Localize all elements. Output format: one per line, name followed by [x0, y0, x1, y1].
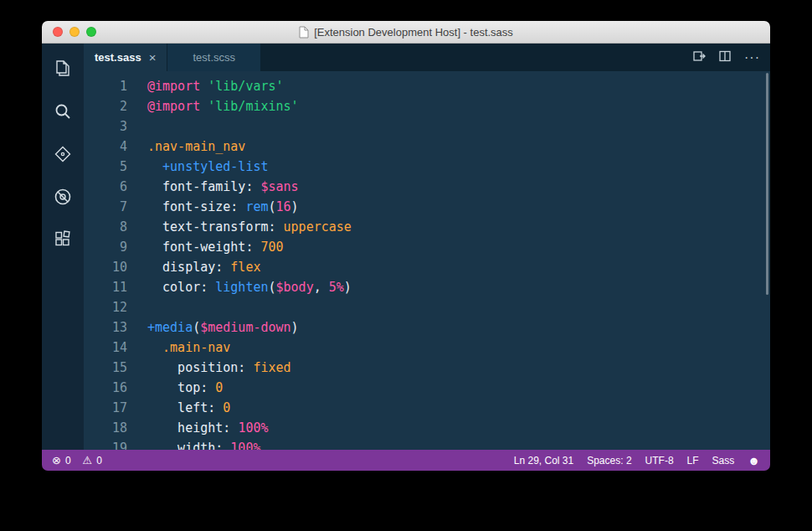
code-line[interactable]: 1@import 'lib/vars': [84, 76, 770, 96]
encoding[interactable]: UTF-8: [645, 455, 674, 467]
warning-icon: ⚠: [83, 455, 93, 466]
code-text: +media($medium-down): [127, 317, 299, 338]
code-line[interactable]: 8 text-transform: uppercase: [84, 217, 770, 237]
code-line[interactable]: 3: [84, 116, 770, 137]
line-number[interactable]: 3: [84, 116, 127, 137]
line-number[interactable]: 4: [84, 137, 127, 157]
code-line[interactable]: 16 top: 0: [84, 378, 770, 398]
code-text: font-weight: 700: [127, 237, 284, 257]
code-text: [127, 116, 147, 137]
code-line[interactable]: 14 .main-nav: [84, 338, 770, 358]
tab-label: test.sass: [95, 51, 141, 64]
cursor-position[interactable]: Ln 29, Col 31: [514, 455, 573, 467]
code-text: width: 100%: [127, 438, 260, 450]
sidebar-item-search[interactable]: [42, 90, 84, 132]
traffic-lights: [53, 21, 96, 43]
files-icon: [53, 59, 73, 79]
code-text: font-size: rem(16): [127, 197, 299, 217]
code-line[interactable]: 11 color: lighten($body, 5%): [84, 277, 770, 297]
error-count: 0: [65, 455, 71, 467]
code-line[interactable]: 17 left: 0: [84, 398, 770, 418]
status-bar: ⊗ 0 ⚠ 0 Ln 29, Col 31 Spaces: 2 UTF-8 LF…: [42, 450, 770, 471]
eol-sequence[interactable]: LF: [687, 455, 699, 467]
code-line[interactable]: 2@import 'lib/mixins': [84, 96, 770, 116]
sidebar-item-source-control[interactable]: [42, 132, 84, 175]
status-right: Ln 29, Col 31 Spaces: 2 UTF-8 LF Sass ☻: [514, 455, 760, 467]
line-number[interactable]: 9: [84, 237, 127, 257]
sidebar-item-debug[interactable]: [42, 175, 84, 218]
line-number[interactable]: 18: [84, 418, 127, 438]
problems-errors[interactable]: ⊗ 0: [52, 455, 71, 467]
line-number[interactable]: 7: [84, 197, 127, 217]
code-text: top: 0: [127, 378, 223, 398]
line-number[interactable]: 8: [84, 217, 127, 237]
search-icon: [53, 101, 73, 121]
minimize-window-button[interactable]: [69, 27, 80, 37]
line-number[interactable]: 19: [84, 438, 127, 450]
code-lines: 1@import 'lib/vars'2@import 'lib/mixins'…: [84, 76, 770, 450]
line-number[interactable]: 12: [84, 297, 127, 317]
line-number[interactable]: 2: [84, 96, 127, 116]
code-text: .nav-main_nav: [127, 137, 245, 157]
code-line[interactable]: 4.nav-main_nav: [84, 137, 770, 157]
line-number[interactable]: 15: [84, 358, 127, 378]
debug-icon: [53, 187, 73, 207]
code-text: text-transform: uppercase: [127, 217, 352, 237]
source-control-icon: [53, 144, 73, 164]
close-tab-icon[interactable]: ×: [149, 51, 157, 64]
activity-bar: [42, 44, 84, 450]
code-line[interactable]: 15 position: fixed: [84, 358, 770, 378]
status-left: ⊗ 0 ⚠ 0: [52, 455, 102, 467]
open-changes-icon[interactable]: [692, 49, 706, 66]
window-title: [Extension Development Host] - test.sass: [314, 26, 513, 39]
code-text: height: 100%: [127, 418, 269, 438]
line-number[interactable]: 6: [84, 177, 127, 197]
window-title-group: [Extension Development Host] - test.sass: [299, 26, 513, 39]
close-window-button[interactable]: [53, 27, 63, 37]
feedback-smiley-icon[interactable]: ☻: [748, 455, 760, 467]
code-editor[interactable]: 1@import 'lib/vars'2@import 'lib/mixins'…: [84, 71, 770, 450]
code-line[interactable]: 18 height: 100%: [84, 418, 770, 438]
code-text: [127, 297, 147, 317]
error-icon: ⊗: [52, 455, 61, 466]
line-number[interactable]: 1: [84, 76, 127, 96]
code-line[interactable]: 6 font-family: $sans: [84, 177, 770, 197]
code-text: .main-nav: [127, 338, 230, 358]
code-text: left: 0: [127, 398, 230, 418]
code-text: color: lighten($body, 5%): [127, 277, 352, 297]
scrollbar-thumb[interactable]: [766, 73, 768, 295]
code-line[interactable]: 7 font-size: rem(16): [84, 197, 770, 217]
tab-test-sass[interactable]: test.sass ×: [84, 44, 167, 71]
line-number[interactable]: 17: [84, 398, 127, 418]
warning-count: 0: [96, 455, 102, 467]
code-line[interactable]: 13+media($medium-down): [84, 317, 770, 338]
line-number[interactable]: 13: [84, 317, 127, 338]
split-editor-icon[interactable]: [718, 49, 732, 66]
line-number[interactable]: 16: [84, 378, 127, 398]
code-line[interactable]: 5 +unstyled-list: [84, 157, 770, 177]
sidebar-item-extensions[interactable]: [42, 218, 84, 260]
code-line[interactable]: 10 display: flex: [84, 257, 770, 277]
problems-warnings[interactable]: ⚠ 0: [83, 455, 102, 467]
line-number[interactable]: 10: [84, 257, 127, 277]
editor-actions: ···: [692, 44, 760, 71]
editor-group: test.sass × test.scss: [84, 44, 770, 450]
language-mode[interactable]: Sass: [712, 455, 735, 467]
line-number[interactable]: 11: [84, 277, 127, 297]
title-bar: [Extension Development Host] - test.sass: [42, 21, 770, 44]
sidebar-item-explorer[interactable]: [42, 47, 84, 90]
zoom-window-button[interactable]: [86, 27, 96, 37]
tab-test-scss[interactable]: test.scss: [167, 44, 260, 71]
line-number[interactable]: 14: [84, 338, 127, 358]
tab-bar: test.sass × test.scss: [84, 44, 770, 71]
code-line[interactable]: 12: [84, 297, 770, 317]
code-text: +unstyled-list: [127, 157, 269, 177]
code-text: @import 'lib/vars': [127, 76, 284, 96]
code-line[interactable]: 19 width: 100%: [84, 438, 770, 450]
app-window: [Extension Development Host] - test.sass: [42, 21, 770, 471]
line-number[interactable]: 5: [84, 157, 127, 177]
indentation[interactable]: Spaces: 2: [587, 455, 631, 467]
code-text: font-family: $sans: [127, 177, 299, 197]
code-line[interactable]: 9 font-weight: 700: [84, 237, 770, 257]
more-actions-icon[interactable]: ···: [744, 51, 760, 64]
